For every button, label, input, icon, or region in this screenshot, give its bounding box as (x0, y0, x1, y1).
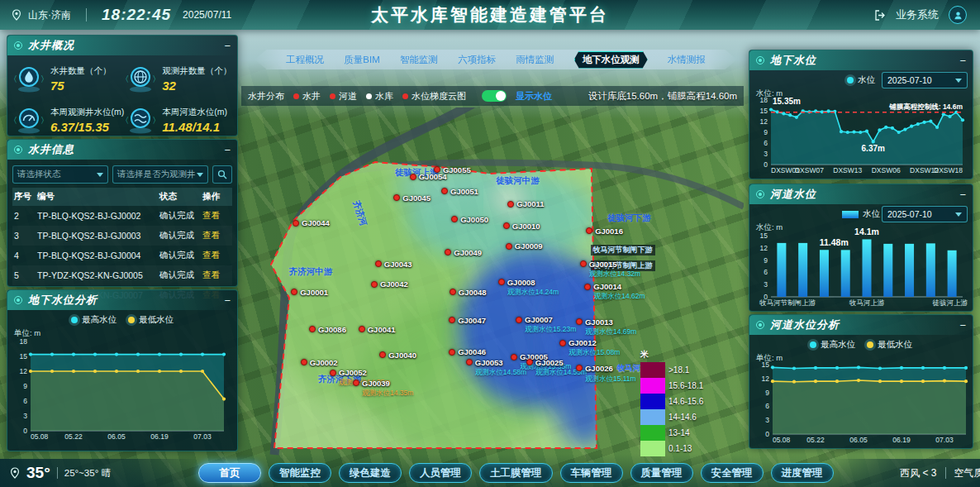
well-marker-GJ0046[interactable]: GJ0046 (449, 347, 486, 356)
svg-text:05.22: 05.22 (64, 432, 83, 441)
view-link[interactable]: 查看 (202, 210, 231, 222)
scale-row: 13-14 (640, 425, 703, 441)
tab-4[interactable]: 六项指标 (458, 54, 496, 66)
well-marker-GJ0086[interactable]: GJ0086 (309, 325, 346, 334)
well-marker-GJ0015[interactable]: GJ0015观测水位14.32m (580, 260, 640, 279)
well-marker-GJ0011[interactable]: GJ0011 (507, 199, 544, 208)
svg-text:牧马河上游: 牧马河上游 (849, 298, 885, 307)
well-marker-GJ0047[interactable]: GJ0047 (449, 316, 486, 325)
red-dot-icon (506, 243, 512, 250)
svg-text:6: 6 (764, 139, 768, 147)
scale-swatch (640, 409, 665, 425)
legend-dot-icon (867, 341, 873, 348)
well-marker-GJ0008[interactable]: GJ0008观测水位14.24m (498, 278, 559, 298)
tab-1[interactable]: 工程概况 (286, 54, 324, 66)
water-level-color-scale: 米 >18.115.6-18.114.6-15.614-14.613-140.1… (640, 349, 703, 456)
stat-value: 6.37/15.35 (50, 120, 124, 134)
well-marker-GJ0013[interactable]: GJ0013观测水位14.69m (576, 318, 636, 337)
svg-text:徒骇河上游: 徒骇河上游 (932, 298, 968, 307)
red-dot-icon (498, 279, 505, 285)
well-marker-GJ0055[interactable]: GJ0055 (434, 165, 471, 174)
well-marker-GJ0001[interactable]: GJ0001 (291, 288, 328, 297)
panel-header: 水井概况 − (7, 36, 237, 55)
axis-unit-label: 单位: m (14, 328, 40, 339)
stat-value: 32 (162, 79, 231, 93)
well-marker-GJ0050[interactable]: GJ0050 (451, 215, 488, 224)
well-marker-GJ0044[interactable]: GJ0044 (293, 218, 330, 227)
svg-text:3: 3 (23, 412, 27, 420)
tab-7[interactable]: 水情测报 (668, 54, 706, 66)
nav-button-9[interactable]: 进度管理 (771, 463, 834, 483)
tab-5[interactable]: 雨情监测 (516, 54, 554, 66)
svg-text:3: 3 (765, 416, 769, 424)
red-dot-icon (309, 326, 316, 332)
legend-dot-icon (810, 341, 816, 348)
legend-dot-icon (128, 317, 135, 323)
view-link[interactable]: 查看 (202, 230, 231, 241)
date-select[interactable]: 2025-07-10 (882, 72, 968, 88)
nav-button-8[interactable]: 安全管理 (701, 463, 764, 483)
collapse-button[interactable]: − (224, 41, 231, 51)
svg-text:05.08: 05.08 (31, 432, 49, 441)
svg-text:15: 15 (20, 352, 28, 360)
svg-text:12: 12 (760, 117, 768, 126)
svg-text:12: 12 (762, 375, 770, 383)
status-select[interactable]: 请选择状态 (12, 165, 108, 184)
table-header: 序号编号状态操作 (12, 188, 232, 206)
tab-6[interactable]: 地下水位观测 (574, 51, 648, 69)
nav-button-1[interactable]: 首页 (198, 463, 261, 483)
svg-text:3: 3 (764, 150, 768, 158)
reservoir-map[interactable]: GJ0001GJ0086GJ0002GJ0052观测水位14.35mGJ0039… (241, 107, 744, 459)
well-marker-GJ0016[interactable]: GJ0016 (586, 227, 623, 236)
tab-2[interactable]: 质量BIM (344, 54, 379, 66)
observed-level-value: 观测水位14.32m (589, 270, 640, 279)
stat-item: 本周河道水位(m)11.48/14.1 (124, 103, 232, 136)
observation-type-select[interactable]: 请选择是否为观测井 (112, 165, 208, 184)
search-button[interactable] (212, 165, 232, 184)
well-marker-GJ0007[interactable]: GJ0007观测水位15.23m (516, 315, 576, 335)
panel-header: 河道水位分析 − (749, 315, 973, 335)
red-dot-icon (559, 340, 566, 346)
collapse-button[interactable]: − (959, 320, 966, 331)
water-level-toggle[interactable] (482, 90, 507, 102)
observation-well-icon (124, 62, 157, 95)
collapse-button[interactable]: − (959, 189, 966, 200)
scale-row: 14.6-15.6 (640, 394, 703, 409)
red-dot-icon (576, 365, 583, 371)
well-marker-GJ0039[interactable]: GJ0039观测水位14.35m (353, 379, 413, 399)
view-link[interactable]: 查看 (202, 250, 231, 261)
well-marker-GJ0040[interactable]: GJ0040 (379, 351, 416, 360)
red-dot-icon (301, 359, 307, 365)
well-marker-GJ0041[interactable]: GJ0041 (359, 325, 396, 334)
well-marker-GJ0042[interactable]: GJ0042 (371, 279, 408, 289)
legend-item: 最低水位 (867, 339, 912, 351)
nav-button-3[interactable]: 绿色建造 (339, 463, 402, 483)
nav-button-2[interactable]: 智能监控 (269, 463, 331, 483)
date-select[interactable]: 2025-07-10 (882, 206, 968, 222)
well-marker-GJ0049[interactable]: GJ0049 (445, 248, 482, 257)
user-icon (953, 10, 963, 21)
scale-swatch (640, 378, 665, 394)
nav-button-5[interactable]: 土工膜管理 (479, 463, 553, 483)
user-avatar[interactable] (949, 6, 967, 24)
nav-button-4[interactable]: 人员管理 (409, 463, 472, 483)
legend-item: 最高水位 (71, 314, 117, 326)
well-marker-GJ0014[interactable]: GJ0014观测水位14.62m (584, 282, 645, 302)
business-system-link[interactable]: 业务系统 (896, 7, 939, 22)
nav-button-6[interactable]: 车辆管理 (560, 463, 623, 483)
well-marker-GJ0012[interactable]: GJ0012观测水位15.08m (559, 338, 620, 358)
well-marker-GJ0048[interactable]: GJ0048 (450, 288, 487, 297)
well-marker-GJ0002[interactable]: GJ0002 (301, 358, 338, 367)
well-marker-GJ0045[interactable]: GJ0045 (393, 193, 431, 203)
nav-button-7[interactable]: 质量管理 (630, 463, 693, 483)
well-marker-GJ0009[interactable]: GJ0009 (506, 241, 543, 251)
collapse-button[interactable]: − (224, 295, 231, 306)
well-marker-GJ0010[interactable]: GJ0010 (503, 222, 540, 231)
collapse-button[interactable]: − (959, 55, 966, 66)
well-marker-GJ0051[interactable]: GJ0051 (441, 187, 478, 196)
tab-3[interactable]: 智能监测 (400, 54, 438, 66)
collapse-button[interactable]: − (224, 145, 231, 155)
well-marker-GJ0043[interactable]: GJ0043 (375, 260, 412, 269)
header-clock: 18:22:45 (102, 6, 171, 24)
view-link[interactable]: 查看 (202, 270, 231, 281)
